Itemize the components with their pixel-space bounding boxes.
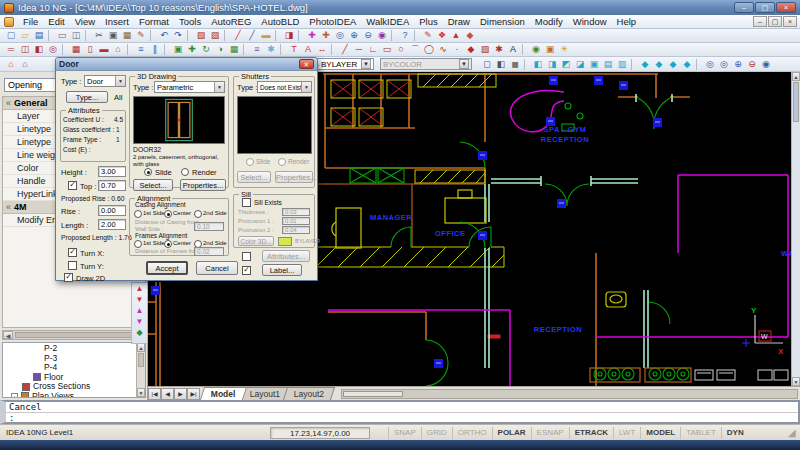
rise-field[interactable]: 0.00 (98, 205, 126, 216)
undo-icon[interactable]: ↶ (157, 29, 171, 42)
window-build-icon[interactable]: ◫ (18, 43, 32, 56)
move-icon[interactable]: ✚ (185, 43, 199, 56)
mtext-icon[interactable]: A (301, 43, 315, 56)
copy-entity-icon[interactable]: ▣ (171, 43, 185, 56)
sill-color-button[interactable]: Color 3D... (238, 236, 274, 246)
toggle-dyn[interactable]: DYN (721, 427, 749, 439)
regen-icon[interactable]: ✚ (305, 29, 319, 42)
canvas-hscrollbar[interactable] (341, 389, 798, 399)
layers-icon[interactable]: ≡ (250, 43, 264, 56)
scrollbar-thumb[interactable] (793, 82, 799, 122)
tab-nav-icon[interactable]: ◀ (161, 388, 174, 400)
toggle-grid[interactable]: GRID (421, 427, 452, 439)
insert-image-icon[interactable]: ▨ (208, 29, 222, 42)
canvas-vscrollbar[interactable]: ▲ ▼ (791, 72, 800, 386)
idea-sketch-icon[interactable]: ✎ (421, 29, 435, 42)
stairs-icon[interactable]: ≡ (134, 43, 148, 56)
mirror-icon[interactable]: ◑ (213, 43, 227, 56)
tree-item[interactable]: P-4 (5, 363, 135, 373)
photoidea-house-icon[interactable]: ⌂ (18, 58, 32, 71)
help-icon[interactable]: ? (398, 29, 412, 42)
open-icon[interactable]: ▱ (18, 29, 32, 42)
erase-icon[interactable]: ◨ (282, 29, 296, 42)
dimension-icon[interactable]: ↔ (315, 43, 329, 56)
zoom-extents-icon[interactable]: ◉ (375, 29, 389, 42)
menu-autobld[interactable]: AutoBLD (256, 15, 304, 28)
menu-walkidea[interactable]: WalkIDEA (361, 15, 414, 28)
tab-nav-icon[interactable]: ▶ (174, 388, 187, 400)
casing-2nd-radio[interactable] (194, 210, 202, 218)
menu-view[interactable]: View (70, 15, 100, 28)
level-down-icon[interactable]: ▼ (133, 316, 147, 327)
menu-plus[interactable]: Plus (414, 15, 442, 28)
ruler-icon[interactable]: ▬ (259, 29, 273, 42)
tree-item[interactable]: +Plan Views (5, 392, 135, 399)
command-window[interactable]: Cancel : (0, 400, 800, 424)
menu-insert[interactable]: Insert (100, 15, 134, 28)
zoom-in-icon[interactable]: ⊕ (347, 29, 361, 42)
scrollbar-thumb[interactable] (15, 332, 133, 338)
scroll-down-icon[interactable]: ▼ (792, 377, 800, 386)
menu-window[interactable]: Window (568, 15, 612, 28)
roof-icon[interactable]: ⌂ (111, 43, 125, 56)
toggle-etrack[interactable]: ETRACK (569, 427, 613, 439)
measure-icon[interactable]: ╱ (245, 29, 259, 42)
print-preview-icon[interactable]: ◫ (69, 29, 83, 42)
toggle-tablet[interactable]: TABLET (680, 427, 721, 439)
menu-autoreg[interactable]: AutoREG (206, 15, 256, 28)
select-button[interactable]: Select... (133, 179, 173, 191)
level-up-icon[interactable]: ▲ (133, 305, 147, 316)
xline-icon[interactable]: ─ (352, 43, 366, 56)
ellipse-icon[interactable]: ◯ (422, 43, 436, 56)
idea-shapes-icon[interactable]: ❖ (435, 29, 449, 42)
top-checkbox[interactable] (68, 181, 77, 190)
attributes-checkbox[interactable] (242, 252, 251, 261)
format-painter-icon[interactable]: ✎ (134, 29, 148, 42)
frames-1st-radio[interactable] (134, 240, 142, 248)
plan-up-icon[interactable]: ▲ (133, 283, 147, 294)
turn-x-checkbox[interactable] (68, 248, 77, 257)
polyline-icon[interactable]: ∟ (366, 43, 380, 56)
menu-file[interactable]: File (18, 15, 43, 28)
scroll-up-icon[interactable]: ▲ (792, 72, 800, 81)
render-radio[interactable] (181, 168, 189, 176)
doc-minimize-button[interactable]: – (753, 16, 767, 27)
doc-close-button[interactable]: × (783, 16, 797, 27)
scroll-down-icon[interactable]: ▼ (137, 388, 145, 397)
view-right-icon[interactable]: ◪ (573, 58, 587, 71)
menu-modify[interactable]: Modify (530, 15, 568, 28)
shaded-icon[interactable]: ◼ (508, 58, 522, 71)
rotate-icon[interactable]: ↻ (199, 43, 213, 56)
frames-center-radio[interactable] (164, 240, 172, 248)
paste-icon[interactable]: ▦ (120, 29, 134, 42)
menu-photoidea[interactable]: PhotoIDEA (304, 15, 361, 28)
railing-icon[interactable]: ∥ (148, 43, 162, 56)
scrollbar-thumb[interactable] (138, 353, 144, 367)
type-button[interactable]: Type... (66, 91, 108, 103)
iso-sw-icon[interactable]: ◆ (638, 58, 652, 71)
sun-icon[interactable]: ☀ (557, 43, 571, 56)
menu-dimension[interactable]: Dimension (475, 15, 530, 28)
view-iso-icon[interactable]: ▥ (615, 58, 629, 71)
menu-edit[interactable]: Edit (43, 15, 69, 28)
iso-ne-icon[interactable]: ◆ (666, 58, 680, 71)
copy-icon[interactable]: ▣ (106, 29, 120, 42)
tab-layout2[interactable]: Layout2 (283, 387, 335, 400)
casing-center-radio[interactable] (164, 210, 172, 218)
shutters-render-radio[interactable] (278, 158, 286, 166)
tab-nav-icon[interactable]: |◀ (148, 388, 161, 400)
save-icon[interactable]: ▤ (32, 29, 46, 42)
tab-model[interactable]: Model (200, 387, 247, 400)
drawing3d-type-dropdown[interactable]: Parametric▼ (154, 81, 225, 93)
close-button[interactable]: × (776, 2, 796, 13)
resize-grip-icon[interactable]: ◢ (788, 427, 800, 439)
draw-2d-checkbox[interactable] (64, 273, 73, 282)
arc-icon[interactable]: ⌒ (408, 43, 422, 56)
zoom-center-icon[interactable]: ◉ (759, 58, 773, 71)
minimize-button[interactable]: – (734, 2, 754, 13)
rectangle-icon[interactable]: ▭ (380, 43, 394, 56)
frames-dist-field[interactable]: 0.02 (194, 247, 224, 256)
sill-exists-checkbox[interactable] (242, 198, 251, 207)
shutters-select-button[interactable]: Select... (237, 171, 271, 183)
tab-nav-icon[interactable]: ▶| (187, 388, 200, 400)
